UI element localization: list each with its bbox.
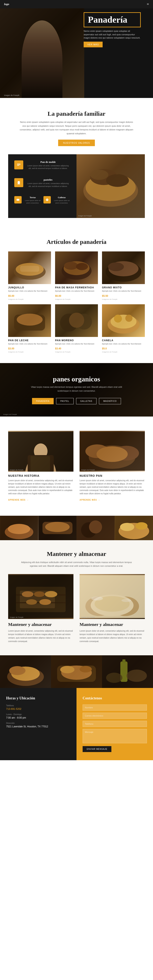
footer-phone-link[interactable]: 713-691-5202 (6, 708, 21, 710)
bottom-imgs (0, 655, 153, 688)
maintain-card-1: Imagen de Freepik Mantener y almacenar L… (80, 574, 145, 645)
organic-btn-panaderia[interactable]: PANADERÍA (32, 398, 54, 404)
footer-address-item: Dirección 7521 Lawndale St, Houston, TX … (6, 722, 70, 729)
tortas-icon (14, 196, 22, 204)
svg-point-16 (64, 262, 78, 270)
article-desc-4: Ejemplo text: Click o te selecto the Tex… (55, 343, 98, 345)
svg-point-61 (45, 591, 57, 597)
footer: Horas y Ubicación Teléfono 713-691-5202 … (0, 688, 153, 760)
bread-placeholder (76, 154, 145, 218)
svg-point-79 (80, 666, 92, 673)
organic-btn-pastel[interactable]: PASTEL (56, 398, 73, 404)
contact-email-input[interactable] (83, 713, 147, 719)
history-card-1: Imagen de Freepik NUESTRO PAN Lorem ipsu… (80, 431, 145, 501)
contact-submit-button[interactable]: ENVIAR MENSAJE (83, 746, 112, 752)
article-img-3 (8, 304, 51, 337)
svg-point-60 (34, 592, 45, 597)
article-credit-1: Imágenes de Freepik (55, 298, 98, 300)
hero-section: Panadería Nemo enim ipsam voluptatem qui… (0, 0, 153, 98)
pan-de-molde-name: Pan de molde (26, 161, 70, 164)
svg-point-69 (91, 597, 103, 600)
articles-section: Artículos de panadería JUNQUILLO Ejemplo… (0, 228, 153, 363)
article-img-5 (102, 304, 145, 337)
organic-btn-galletas[interactable]: GALLETAS (76, 398, 97, 404)
hero-img-credit: Imagen de Freepik (4, 94, 19, 96)
contact-message-textarea[interactable] (83, 729, 147, 743)
menu-bread-image: Imagen de Freepik (76, 154, 145, 218)
menu-item-galletas: Galletas Lorem ipsum dolor sit amet cons… (43, 196, 70, 212)
mosaic-img-1 (38, 516, 77, 540)
family-values-button[interactable]: NUESTROS VALORES (58, 140, 95, 146)
history-img-credit-1: Imagen de Freepik (81, 469, 95, 471)
svg-point-9 (106, 174, 129, 187)
footer-address-label: Dirección (6, 722, 70, 724)
menu-item-tortas: Tortas Lorem ipsum dolor sit amet consec… (14, 196, 41, 212)
bottom-img-0 (0, 655, 51, 688)
pasteles-icon (14, 178, 23, 187)
hero-cta-button[interactable]: VER MÁS (84, 41, 103, 47)
history-arrow-0: → (27, 499, 29, 501)
history-link-0[interactable]: APRENDE MÁS → (8, 499, 29, 501)
article-name-1: PAN DE MASA FERMENTADA (55, 286, 98, 289)
contact-phone-input[interactable] (83, 721, 147, 727)
maintain-grid: Imagen de Freepik Mantener y almacenar L… (8, 574, 145, 645)
article-price-3: $3.00 (8, 347, 14, 350)
article-credit-3: Imágenes de Freepik (8, 351, 51, 353)
footer-hours-item: Lunes - Domingo 7:00 am - 8:00 pm (6, 713, 70, 719)
footer-address-value: 7521 Lawndale St, Houston, TX 77012 (6, 725, 70, 729)
history-card-title-0: NUESTRA HISTORIA (8, 474, 73, 477)
history-link-text-1: APRENDE MÁS (80, 499, 97, 501)
svg-point-4 (47, 199, 48, 200)
history-link-1[interactable]: APRENDE MÁS → (80, 499, 100, 501)
history-card-text-0: Lorem ipsum dolor sit amet, consectetur … (8, 479, 73, 495)
maintain-img-0: Imagen de Freepik (8, 574, 73, 619)
bottom-img-2 (102, 655, 153, 688)
organic-buttons: PANADERÍA PASTEL GALLETAS MAGNÍFICO (8, 398, 145, 404)
history-img-0: Imagen de Freepik (8, 431, 73, 472)
galletas-icon (43, 196, 51, 204)
menu-item-pandemolde: Pan de molde Lorem ipsum dolor sit amet,… (14, 161, 70, 176)
article-credit-5: Imágenes de Freepik (102, 351, 145, 353)
svg-point-20 (108, 262, 124, 271)
article-desc-0: Ejemplo text: Click o te selecto the Tex… (8, 290, 51, 293)
contact-name-input[interactable] (83, 705, 147, 711)
history-link-text-0: APRENDE MÁS (8, 499, 26, 501)
article-name-2: GRANO MIXTO (102, 286, 145, 289)
svg-point-74 (9, 666, 26, 675)
pasteles-desc: Lorem ipsum dolor sit amet, consectetur … (26, 182, 70, 188)
article-card-1: PAN DE MASA FERMENTADA Ejemplo text: Cli… (55, 251, 98, 300)
hero-subtitle: Nemo enim ipsam voluptatem quia voluptas… (84, 29, 141, 40)
maintain-card-text-1: Lorem ipsum dolor sit amet, consectetur … (80, 629, 145, 643)
family-text: Nemo enim ipsam voluptatem quia voluptas… (19, 120, 134, 135)
navbar: logo ≡ (0, 0, 153, 8)
article-name-0: JUNQUILLO (8, 286, 51, 289)
article-price-2: $5.50 (102, 294, 108, 298)
hero-title: Panadería (88, 15, 137, 25)
tortas-name: Tortas (24, 196, 41, 199)
galletas-info: Galletas Lorem ipsum dolor sit amet cons… (53, 196, 70, 204)
article-card-3: PAN DE LECHE Ejemplo text: Click o te se… (8, 304, 51, 353)
footer-contact: Contáctenos ENVIAR MENSAJE (76, 688, 153, 760)
article-desc-2: Ejemplo text: Click o te selecto the Tex… (102, 290, 145, 293)
svg-point-28 (114, 315, 122, 323)
svg-point-53 (135, 522, 148, 530)
family-section: La panadería familiar Nemo enim ipsam vo… (0, 98, 153, 228)
footer-hours-value: 7:00 am - 8:00 pm (6, 716, 70, 719)
hamburger-icon[interactable]: ≡ (147, 2, 149, 6)
svg-point-70 (121, 599, 131, 602)
article-credit-0: Imágenes de Freepik (8, 298, 51, 300)
svg-point-25 (69, 313, 84, 328)
svg-point-0 (18, 181, 20, 183)
maintain-img-1: Imagen de Freepik (80, 574, 145, 619)
mosaic-img-3 (115, 516, 153, 540)
article-img-1 (55, 251, 98, 284)
article-price-1: $6.00 (55, 294, 61, 298)
tortas-desc: Lorem ipsum dolor sit amet consectetur. (24, 199, 41, 204)
organic-btn-magnifico[interactable]: MAGNÍFICO (99, 398, 121, 404)
footer-phone-value: 713-691-5202 (6, 707, 70, 711)
article-desc-5: Ejemplo text: Click o te selecto the Tex… (102, 343, 145, 345)
history-img-1: Imagen de Freepik (80, 431, 145, 472)
menu-item-row3: Tortas Lorem ipsum dolor sit amet consec… (14, 196, 70, 212)
pan-de-molde-icon (14, 161, 23, 169)
menu-item-pasteles: pasteles Lorem ipsum dolor sit amet, con… (14, 178, 70, 194)
